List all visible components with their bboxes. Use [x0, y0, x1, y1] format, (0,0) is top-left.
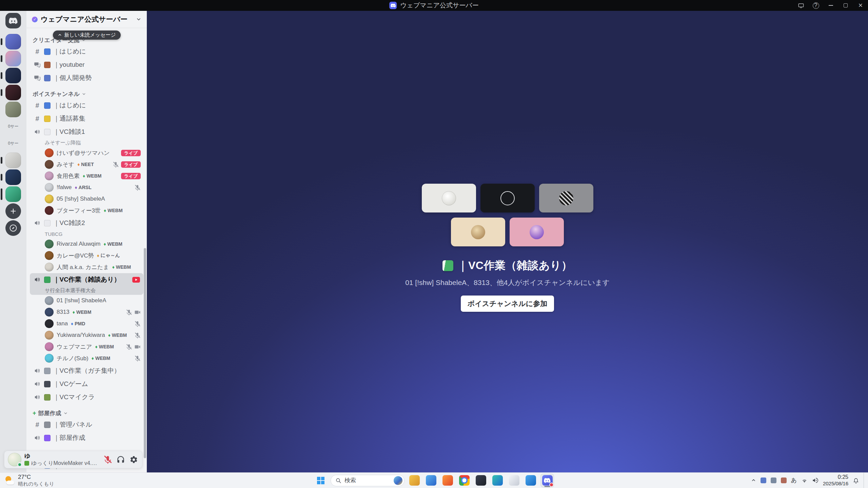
voice-user-23[interactable]: ウェブマニア♦WEBM [30, 341, 143, 352]
live-badge: ライブ [121, 150, 141, 156]
taskbar-search[interactable]: 検索 [331, 475, 405, 486]
server-icon-5[interactable] [5, 102, 21, 117]
channel-2[interactable]: ｜youtuber [30, 58, 143, 71]
window-titlebar: ウェブマニア公式サーバー ? × [0, 0, 868, 11]
channel-29[interactable]: #｜管理パネル [30, 418, 143, 431]
weather-widget[interactable]: 27°C 晴れのちくもり [0, 473, 59, 488]
user-avatar[interactable] [8, 453, 21, 466]
settings-button[interactable] [127, 453, 140, 466]
user-avatar [45, 331, 54, 340]
show-desktop-button[interactable] [864, 473, 865, 488]
taskbar-app-firefox[interactable] [441, 474, 454, 487]
voice-user-12[interactable]: 05 [!shy] ShabeleA [30, 193, 143, 205]
channel-30[interactable]: ｜部屋作成 [30, 431, 143, 444]
voice-user-9[interactable]: みそす♦NEETライブ [30, 159, 143, 170]
voice-user-16[interactable]: カレー@VC勢♦にゃ～ん [30, 250, 143, 261]
voice-user-21[interactable]: tana♦PMD [30, 318, 143, 329]
category-28[interactable]: +部屋作成 [30, 408, 143, 418]
server-icon-2[interactable] [5, 51, 21, 66]
server-icon-4[interactable] [5, 85, 21, 100]
join-voice-button[interactable]: ボイスチャンネルに参加 [461, 296, 554, 312]
voice-user-8[interactable]: けいず@サツマハンライブ [30, 147, 143, 159]
clock[interactable]: 0:25 2025/08/16 [823, 474, 848, 487]
voice-user-15[interactable]: Rivarzal Aluwqim♦WEBM [30, 238, 143, 250]
channel-14[interactable]: ｜VC雑談2 [30, 217, 143, 229]
wifi-icon[interactable] [801, 477, 808, 484]
channel-1[interactable]: #｜はじめに [30, 45, 143, 58]
channel-5[interactable]: #｜はじめに [30, 99, 143, 112]
taskbar-app-edge[interactable] [491, 474, 504, 487]
channel-name: ｜はじめに [53, 47, 86, 56]
voice-user-19[interactable]: 01 [!shw] ShabeleA [30, 295, 143, 306]
server-header[interactable]: ✓ ウェブマニア公式サーバー [26, 11, 147, 28]
maximize-button[interactable] [838, 0, 853, 11]
server-icon-8[interactable] [5, 152, 21, 168]
participant-tile-5[interactable] [510, 218, 564, 246]
voice-user-13[interactable]: ブターフィー3世♦WEBM [30, 205, 143, 216]
taskbar-app-vscode[interactable] [524, 474, 537, 487]
voice-user-24[interactable]: チルノ(Sub)♦WEBM [30, 352, 143, 364]
scrollbar-thumb[interactable] [144, 248, 146, 458]
tray-icon-1[interactable] [761, 477, 766, 483]
channel-name: ｜はじめに [53, 101, 86, 110]
taskbar-app-discord[interactable] [540, 474, 554, 487]
mic-mute-button[interactable] [101, 453, 114, 466]
participant-tile-3[interactable] [539, 184, 593, 212]
add-server-button[interactable] [5, 203, 21, 219]
channel-25[interactable]: ｜VC作業（ガチ集中） [30, 364, 143, 377]
channel-7[interactable]: ｜VC雑談1 [30, 125, 143, 138]
unread-indicator-pill [1, 38, 2, 45]
role-badge-icon: ♦ [104, 208, 106, 213]
server-icon-1[interactable] [5, 34, 21, 49]
taskbar-app-notepad[interactable] [507, 474, 521, 487]
channel-18[interactable]: ｜VC作業（雑談あり） [30, 273, 143, 286]
taskbar-app-photos[interactable] [424, 474, 438, 487]
server-folder-label[interactable]: 0サー [1, 136, 25, 151]
voice-user-11[interactable]: !falwe♦ARSL [30, 182, 143, 193]
channel-emoji [44, 102, 51, 109]
user-avatar [45, 240, 54, 248]
minimize-button[interactable] [823, 0, 838, 11]
explore-servers-button[interactable] [5, 220, 21, 236]
channel-26[interactable]: ｜VCゲーム [30, 378, 143, 390]
channel-6[interactable]: #｜通話募集 [30, 112, 143, 125]
unread-messages-pill[interactable]: 新しい未読メッセージ [53, 30, 120, 40]
close-button[interactable]: × [853, 0, 868, 11]
taskbar-apps [408, 474, 554, 487]
system-tray: あ 0:25 2025/08/16 [751, 473, 868, 488]
server-icon-9[interactable] [5, 169, 21, 185]
help-icon[interactable]: ? [808, 0, 823, 11]
category-4[interactable]: ボイスチャンネル [30, 89, 143, 99]
voice-user-17[interactable]: 人間 a.k.a. カニたま♦WEBM [30, 261, 143, 273]
voice-user-10[interactable]: 食用色素♦WEBMライブ [30, 170, 143, 182]
taskbar-app-terminal[interactable] [474, 474, 488, 487]
screenshare-icon[interactable] [793, 0, 808, 11]
tray-chevron-up-icon[interactable] [751, 478, 756, 483]
voice-user-22[interactable]: Yukiwara/Yukiwara♦WEBM [30, 329, 143, 341]
taskbar-center: 検索 [314, 473, 554, 488]
server-folder-label[interactable]: 0サー [1, 119, 25, 134]
ime-indicator[interactable]: あ [791, 476, 797, 484]
participant-tile-1[interactable] [422, 184, 476, 212]
participant-tile-4[interactable] [451, 218, 505, 246]
voice-user-20[interactable]: 8313♦WEBM [30, 306, 143, 318]
user-panel-buttons [101, 453, 140, 466]
participant-tile-2[interactable] [480, 184, 535, 212]
volume-icon[interactable] [812, 477, 818, 484]
tray-icon-3[interactable] [781, 477, 787, 483]
activity-text: ゆっくりMovieMaker v4.43.1.0をプレ… [31, 460, 98, 467]
taskbar-app-file-explorer[interactable] [408, 474, 421, 487]
channel-3[interactable]: ｜個人開発勢 [30, 72, 143, 84]
deafen-button[interactable] [114, 453, 127, 466]
channel-sidebar: ✓ ウェブマニア公式サーバー 新しい未読メッセージ クリエイター交流#｜はじめに… [26, 11, 147, 472]
discord-home-button[interactable] [5, 13, 21, 28]
user-avatar [45, 263, 54, 271]
taskbar-app-chrome[interactable] [457, 474, 471, 487]
notification-bell-icon[interactable] [853, 477, 859, 484]
tray-icon-2[interactable] [771, 477, 776, 483]
channel-27[interactable]: ｜VCマイクラ [30, 391, 143, 404]
start-button[interactable] [314, 474, 328, 487]
notepad-icon [509, 475, 519, 486]
server-icon-3[interactable] [5, 68, 21, 83]
server-icon-10[interactable] [5, 186, 21, 202]
